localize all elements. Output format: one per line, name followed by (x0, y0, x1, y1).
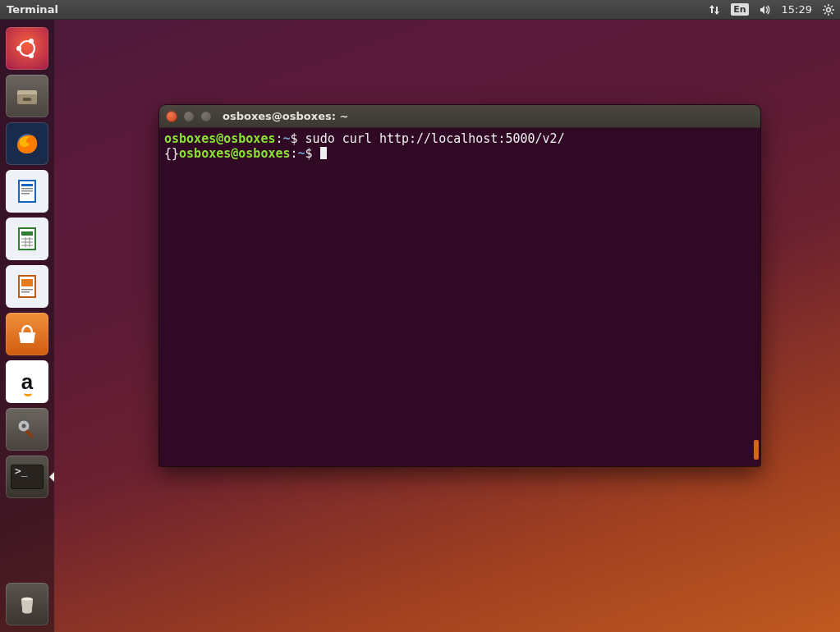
launcher-calc[interactable] (6, 218, 48, 260)
svg-rect-20 (21, 190, 33, 192)
svg-line-8 (831, 6, 833, 7)
svg-rect-21 (21, 193, 30, 195)
terminal-body[interactable]: osboxes@osboxes:~$ sudo curl http://loca… (159, 128, 760, 466)
system-gear-icon (822, 3, 835, 16)
svg-rect-19 (21, 188, 33, 190)
launcher-dash[interactable] (6, 27, 48, 70)
prompt-colon: : (275, 131, 282, 146)
svg-line-7 (824, 12, 826, 14)
top-panel: Terminal En 15:29 (0, 0, 840, 20)
calc-icon (12, 224, 42, 254)
ubuntu-software-icon (12, 319, 42, 349)
window-minimize-button[interactable] (183, 111, 195, 122)
prompt-user-host: osboxes@osboxes (179, 146, 290, 161)
files-icon (12, 81, 42, 111)
terminal-output: {} (164, 146, 179, 161)
svg-rect-30 (21, 279, 33, 286)
clock-indicator[interactable]: 15:29 (782, 3, 812, 16)
volume-high-icon (759, 3, 772, 16)
network-up-down-icon (708, 3, 721, 16)
writer-icon (12, 176, 42, 206)
svg-point-11 (29, 39, 34, 44)
prompt-user-host: osboxes@osboxes (164, 131, 275, 146)
svg-rect-18 (21, 184, 33, 186)
trash-icon (12, 589, 42, 619)
svg-point-34 (22, 424, 26, 428)
launcher-firefox[interactable] (6, 122, 48, 165)
svg-rect-32 (21, 291, 30, 293)
amazon-icon: a (21, 369, 33, 395)
svg-line-6 (831, 12, 833, 14)
svg-point-10 (16, 46, 21, 51)
window-close-button[interactable] (166, 111, 177, 122)
dash-home-icon (12, 34, 42, 63)
firefox-icon (12, 129, 42, 158)
terminal-command: sudo curl http://localhost:5000/v2/ (305, 131, 565, 146)
launcher-terminal[interactable]: >_ (6, 456, 48, 498)
prompt-symbol: $ (305, 146, 313, 161)
svg-rect-23 (21, 231, 33, 236)
launcher-trash[interactable] (6, 583, 48, 625)
launcher-writer[interactable] (6, 170, 48, 213)
system-menu-indicator[interactable] (822, 3, 835, 16)
terminal-window[interactable]: osboxes@osboxes: ~ osboxes@osboxes:~$ su… (159, 105, 760, 466)
svg-rect-15 (23, 98, 31, 101)
launcher-files[interactable] (6, 75, 48, 117)
svg-point-12 (29, 53, 34, 58)
prompt-path: ~ (283, 131, 291, 146)
launcher-settings[interactable] (6, 408, 48, 451)
impress-icon (12, 272, 42, 301)
window-title: osboxes@osboxes: ~ (223, 110, 348, 122)
launcher-amazon[interactable]: a (6, 360, 48, 403)
sound-indicator[interactable] (759, 3, 772, 16)
system-settings-icon (12, 414, 42, 444)
active-app-title: Terminal (7, 3, 58, 16)
scrollbar-thumb[interactable] (754, 440, 759, 460)
svg-rect-31 (21, 289, 33, 291)
prompt-path: ~ (298, 146, 305, 161)
launcher-software[interactable] (6, 313, 48, 355)
launcher-dock: a >_ (0, 20, 54, 632)
svg-rect-35 (25, 429, 34, 438)
terminal-cursor (320, 147, 327, 159)
svg-line-5 (824, 6, 826, 7)
language-indicator[interactable]: En (731, 3, 748, 16)
network-indicator[interactable] (708, 3, 721, 16)
keyboard-language-icon: En (731, 3, 748, 16)
window-titlebar[interactable]: osboxes@osboxes: ~ (159, 105, 760, 128)
terminal-icon: >_ (11, 465, 44, 489)
prompt-symbol: $ (291, 131, 298, 146)
window-maximize-button[interactable] (200, 111, 212, 122)
svg-point-0 (827, 7, 831, 11)
prompt-colon: : (291, 146, 298, 161)
launcher-impress[interactable] (6, 265, 48, 308)
